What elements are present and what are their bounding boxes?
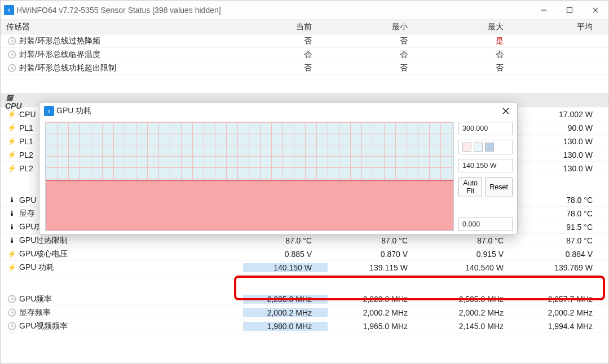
clock-icon [7,50,16,59]
header-sensor[interactable]: 传感器 [1,22,243,32]
value-avg: 130.0 W [519,137,608,146]
legend-swatches [458,140,513,154]
value-avg: 130.0 W [519,164,608,173]
close-button[interactable] [582,1,608,20]
sensor-row[interactable]: GPU过热限制87.0 °C87.0 °C87.0 °C87.0 °C [1,234,608,247]
legend-column: 300.000 140.150 W Auto Fit Reset 0.000 [456,119,517,234]
value-avg: 78.0 °C [519,209,608,218]
value-current: 否 [243,63,328,73]
sensor-name: GPU过热限制 [1,236,243,246]
clock-icon [7,308,16,317]
value-min: 2,000.2 MHz [328,308,423,317]
value-current: 2,235.0 MHz [243,295,328,304]
value-max: 是 [423,36,519,46]
value-min: 否 [328,63,423,73]
bolt-icon [7,164,16,172]
value-min: 否 [328,36,423,46]
value-avg: 78.0 °C [519,196,608,205]
value-avg: 17.002 W [519,110,608,119]
sensor-row[interactable]: 封装/环形总线过热降频否否是 [1,34,608,48]
popup-title: GPU 功耗 [54,106,499,116]
popup-body: 300.000 140.150 W Auto Fit Reset 0.000 [39,119,517,234]
bolt-icon [7,110,16,118]
value-avg: 91.5 °C [519,223,608,232]
svg-rect-1 [567,7,572,12]
value-max: 140.540 W [423,263,519,272]
reset-button[interactable]: Reset [485,177,513,197]
header-avg[interactable]: 平均 [519,22,608,32]
bolt-icon [7,150,16,159]
value-avg: 130.0 W [519,150,608,159]
thermometer-icon [7,196,16,204]
sensor-row[interactable]: GPU 功耗140.150 W139.115 W140.540 W139.769… [1,261,608,274]
bolt-icon [7,263,16,272]
close-icon [591,6,600,15]
value-min: 0.870 V [328,250,423,259]
bolt-icon [7,137,16,145]
thermometer-icon [7,209,16,217]
sensor-row[interactable]: 显存频率2,000.2 MHz2,000.2 MHz2,000.2 MHz2,0… [1,306,608,319]
value-avg: 87.0 °C [519,236,608,245]
header-current[interactable]: 当前 [243,22,328,32]
value-current: 否 [243,36,328,46]
sensor-name: 封装/环形总线临界温度 [1,50,243,60]
value-current: 140.150 W [243,263,328,272]
sensor-name: GPU 功耗 [1,263,243,273]
minimize-button[interactable] [531,1,557,20]
swatch-icon [462,143,471,152]
header-max[interactable]: 最大 [423,22,519,32]
value-max: 否 [423,50,519,60]
value-current: 0.885 V [243,250,328,259]
value-avg: 0.884 V [519,250,608,259]
chart-area[interactable] [45,122,454,231]
chart-series-fill [46,180,453,230]
current-value: 140.150 W [458,159,513,172]
close-icon [501,106,510,116]
value-min: 87.0 °C [328,236,423,245]
popup-close-button[interactable] [499,104,513,118]
window-controls [531,1,608,20]
popup-titlebar[interactable]: i GPU 功耗 [39,103,517,119]
app-icon: i [4,5,14,15]
value-min: 139.115 W [328,263,423,272]
sensor-row[interactable]: GPU核心电压0.885 V0.870 V0.915 V0.884 V [1,247,608,261]
sensor-row[interactable]: GPU视频频率1,980.0 MHz1,965.0 MHz2,145.0 MHz… [1,319,608,333]
value-max: 87.0 °C [423,236,519,245]
sensor-name: 封装/环形总线过热降频 [1,36,243,46]
bolt-icon [7,123,16,132]
value-avg: 2,000.2 MHz [519,308,608,317]
value-max: 0.915 V [423,250,519,259]
autofit-button[interactable]: Auto Fit [458,177,482,197]
value-min: 否 [328,50,423,60]
maximize-button[interactable] [557,1,582,20]
gpu-power-graph-window[interactable]: i GPU 功耗 300.000 140.150 W [39,102,518,235]
bolt-icon [7,250,16,258]
value-min: 1,965.0 MHz [328,322,423,331]
swatch-icon [485,143,494,152]
value-current: 1,980.0 MHz [243,322,328,331]
spacer [1,75,608,93]
sensor-row[interactable]: 封装/环形总线功耗超出限制否否否 [1,61,608,75]
thermometer-icon [7,223,16,231]
header-min[interactable]: 最小 [328,22,423,32]
value-max: 2,000.2 MHz [423,308,519,317]
value-max: 否 [423,63,519,73]
sensor-row[interactable]: GPU频率2,235.0 MHz2,220.0 MHz2,505.0 MHz2,… [1,292,608,306]
grid-header[interactable]: 传感器 当前 最小 最大 平均 [1,20,608,34]
value-current: 2,000.2 MHz [243,308,328,317]
value-avg: 1,994.4 MHz [519,322,608,331]
spacer [1,274,608,292]
scale-bottom: 0.000 [458,217,513,231]
sensor-row[interactable]: 封装/环形总线临界温度否否否 [1,48,608,61]
sensor-name: 封装/环形总线功耗超出限制 [1,63,243,73]
scale-top: 300.000 [458,122,513,135]
sensor-name: GPU频率 [1,294,243,304]
value-current: 否 [243,50,328,60]
value-current: 87.0 °C [243,236,328,245]
thermometer-icon [7,236,16,245]
minimize-icon [539,6,548,15]
value-avg: 90.0 W [519,123,608,132]
sensor-name: 显存频率 [1,308,243,318]
window-title: HWiNFO64 v7.72-5355 Sensor Status [398 v… [14,6,531,15]
app-icon: i [44,106,54,116]
